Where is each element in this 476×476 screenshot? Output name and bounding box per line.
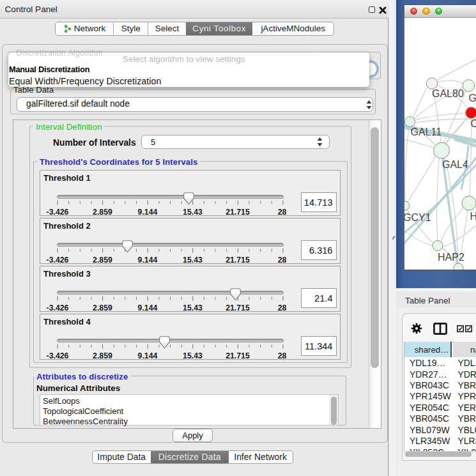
- svg-text:GA: GA: [469, 93, 476, 104]
- svg-text:HAP2: HAP2: [438, 252, 464, 263]
- svg-text:GAL4: GAL4: [442, 159, 468, 170]
- svg-text:GCY1: GCY1: [404, 212, 431, 223]
- svg-text:GAL11: GAL11: [411, 127, 442, 137]
- svg-text:C: C: [471, 118, 476, 129]
- svg-text:GAL80: GAL80: [432, 88, 464, 99]
- svg-text:H: H: [470, 211, 476, 222]
